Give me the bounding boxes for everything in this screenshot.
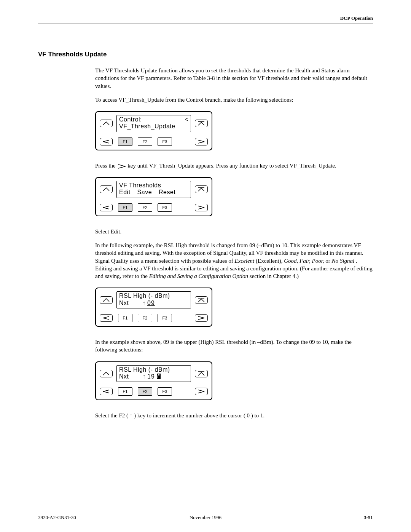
screen-line1-right: < (185, 116, 188, 123)
paragraph-1: The VF Thresholds Update function allows… (95, 67, 373, 90)
left-key-icon (100, 314, 113, 322)
screen-value: 19 (147, 373, 161, 380)
up-key-icon (100, 296, 113, 304)
cursor-icon (157, 374, 161, 379)
screen-line1: RSL High (- dBm) (119, 366, 188, 373)
p5-excelent: Excelent (235, 258, 255, 264)
f2-key: F2 (138, 387, 152, 396)
up-bar-key-icon (195, 296, 208, 304)
left-key-icon (100, 138, 113, 145)
screen-line1: VF Thresholds (119, 182, 188, 189)
up-key-icon (100, 185, 113, 193)
screen-opt-save: Save (137, 189, 152, 196)
f3-key: F3 (158, 387, 172, 396)
footer-doc-id: 3920-A2-GN31-30 (38, 514, 76, 521)
p5e: section in Chapter 4.) (250, 273, 299, 279)
footer-date: November 1996 (190, 514, 221, 521)
screen-nxt: Nxt (119, 373, 135, 380)
f3-key: F3 (158, 137, 172, 146)
screen-arrow-up-icon: ↑ (135, 300, 147, 307)
screen-value-digits: 19 (147, 373, 155, 380)
footer-page-number: 3-51 (364, 514, 373, 521)
up-bar-key-icon (195, 370, 208, 377)
paragraph-6: In the example shown above, 09 is the up… (95, 338, 373, 354)
f1-key: F1 (118, 203, 132, 212)
up-bar-key-icon (195, 185, 208, 193)
screen-nxt: Nxt (119, 300, 135, 307)
lcd-screen: RSL High (- dBm) Nxt ↑ 19 (116, 365, 191, 382)
right-key-icon (195, 314, 208, 322)
screen-line1-left: Control: (119, 116, 142, 123)
p5-nosignal: No Signal (332, 258, 355, 264)
p5-good: Good, Fair, Poor, (284, 258, 324, 264)
screen-value: 09 (147, 300, 155, 307)
f2-key: F2 (138, 314, 152, 322)
lcd-screen: VF Thresholds Edit Save Reset (116, 181, 191, 198)
para3a: Press the (95, 163, 117, 169)
lcd-screen: Control: < VF_Thresh_Update (116, 115, 191, 132)
left-key-icon (100, 204, 113, 211)
right-key-inline-icon (118, 164, 126, 169)
paragraph-3: Press the key until VF_Thresh_Update app… (95, 162, 373, 169)
right-key-icon (195, 204, 208, 211)
paragraph-7: Select the F2 ( ↑ ) key to increment the… (95, 412, 373, 419)
screen-opt-edit: Edit (119, 189, 131, 196)
lcd-panel-vf-thresholds: VF Thresholds Edit Save Reset F1 (95, 177, 212, 216)
right-key-icon (195, 138, 208, 145)
up-key-icon (100, 120, 113, 127)
p5-link: Editing and Saving a Configuration Optio… (149, 273, 248, 279)
paragraph-4: Select Edit. (95, 228, 373, 235)
f1-key: F1 (118, 137, 132, 146)
right-key-icon (195, 388, 208, 395)
lcd-screen: RSL High (- dBm) Nxt ↑ 09 (116, 291, 191, 308)
paragraph-2: To access VF_Thresh_Update from the Cont… (95, 96, 373, 104)
lcd-panel-rsl-09: RSL High (- dBm) Nxt ↑ 09 F1 F2 (95, 288, 212, 327)
lcd-panel-rsl-19: RSL High (- dBm) Nxt ↑ 19 F1 F2 (95, 361, 212, 401)
f2-key: F2 (138, 203, 152, 212)
up-bar-key-icon (195, 120, 208, 127)
page-footer: 3920-A2-GN31-30 November 1996 3-51 (38, 512, 373, 521)
p5c: or (325, 258, 331, 264)
screen-arrow-up-icon: ↑ (135, 373, 147, 380)
screen-opt-reset: Reset (159, 189, 175, 196)
f1-key: F1 (118, 387, 132, 396)
paragraph-5: In the following example, the RSL High t… (95, 241, 373, 280)
f1-key: F1 (118, 314, 132, 322)
f3-key: F3 (158, 314, 172, 322)
screen-line1: RSL High (- dBm) (119, 292, 188, 299)
section-title: VF Thresholds Update (38, 51, 373, 58)
up-key-icon (100, 370, 113, 377)
page-header-right: DCP Operation (38, 15, 373, 24)
lcd-panel-control: Control: < VF_Thresh_Update F1 F2 F3 (95, 111, 212, 150)
f3-key: F3 (158, 203, 172, 212)
f2-key: F2 (138, 137, 152, 146)
para3b: key until VF_Thresh_Update appears. Pres… (127, 163, 336, 169)
left-key-icon (100, 388, 113, 395)
screen-line2: VF_Thresh_Update (119, 123, 188, 130)
p5b: (Excellent), (256, 258, 284, 264)
